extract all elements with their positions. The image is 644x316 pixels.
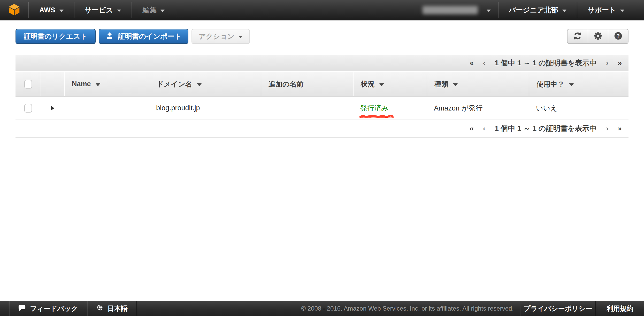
copyright-text: © 2008 - 2016, Amazon Web Services, Inc.… xyxy=(301,301,520,316)
sort-caret-icon xyxy=(379,83,384,86)
support-label: サポート xyxy=(588,5,616,15)
help-icon: ? xyxy=(614,31,623,42)
chevron-down-icon xyxy=(117,10,121,12)
language-button[interactable]: 日本語 xyxy=(87,301,136,316)
row-additional-names-cell xyxy=(261,97,353,120)
header-name-label: Name xyxy=(72,80,91,88)
last-page-button[interactable]: » xyxy=(618,59,622,67)
header-type[interactable]: 種類 xyxy=(427,72,529,96)
first-page-button[interactable]: « xyxy=(470,124,474,133)
status-issued-value: 発行済み xyxy=(360,104,388,112)
help-button[interactable]: ? xyxy=(608,29,628,43)
table-row: blog.proudit.jp 発行済み Amazon が発行 いいえ xyxy=(16,97,628,120)
globe-icon xyxy=(96,304,103,313)
region-menu[interactable]: バージニア北部 xyxy=(499,0,577,20)
sort-caret-icon xyxy=(453,83,458,86)
privacy-policy-link[interactable]: プライバシーポリシー xyxy=(520,301,595,316)
row-domain-value: blog.proudit.jp xyxy=(156,104,200,112)
prev-page-button[interactable]: ‹ xyxy=(483,124,485,133)
nav-menu-edit-label: 編集 xyxy=(142,5,156,15)
row-in-use-value: いいえ xyxy=(536,104,557,113)
row-expander-cell xyxy=(41,97,64,120)
top-navigation-bar: AWS サービス 編集 バージニア北部 サポート xyxy=(0,0,644,21)
feedback-button[interactable]: フィードバック xyxy=(9,301,87,316)
header-expander xyxy=(41,72,64,96)
actions-label: アクション xyxy=(199,32,234,41)
footer-divider xyxy=(136,301,137,316)
nav-menu-aws-label: AWS xyxy=(39,6,55,14)
footer-bar: フィードバック 日本語 © 2008 - 2016, Amazon Web Se… xyxy=(0,301,644,316)
row-type-cell: Amazon が発行 xyxy=(427,97,529,120)
terms-of-use-link[interactable]: 利用規約 xyxy=(596,301,644,316)
support-menu[interactable]: サポート xyxy=(577,0,635,20)
request-certificate-label: 証明書のリクエスト xyxy=(24,32,88,41)
header-status-label: 状況 xyxy=(361,80,375,89)
row-checkbox[interactable] xyxy=(24,104,32,113)
header-in-use-label: 使用中？ xyxy=(536,80,564,89)
chevron-down-icon xyxy=(160,10,165,12)
chevron-down-icon xyxy=(562,10,566,12)
row-in-use-cell: いいえ xyxy=(529,97,628,120)
header-in-use[interactable]: 使用中？ xyxy=(529,72,628,96)
region-label: バージニア北部 xyxy=(509,5,558,15)
svg-text:?: ? xyxy=(617,33,620,39)
row-type-value: Amazon が発行 xyxy=(434,104,482,113)
sort-caret-icon xyxy=(96,83,100,86)
red-underline-annotation xyxy=(359,113,396,121)
row-domain-cell: blog.proudit.jp xyxy=(149,97,261,120)
header-name[interactable]: Name xyxy=(64,72,149,96)
speech-bubble-icon xyxy=(18,304,26,313)
pagination-label: 1 個中 1 ～ 1 の証明書を表示中 xyxy=(495,124,597,133)
import-certificate-label: 証明書のインポート xyxy=(118,32,181,41)
header-additional-names-label: 追加の名前 xyxy=(269,80,304,89)
chevron-down-icon xyxy=(59,10,64,12)
select-all-checkbox[interactable] xyxy=(24,80,32,89)
table-settings-group: ? xyxy=(567,29,628,44)
next-page-button[interactable]: › xyxy=(606,59,608,67)
pagination-bar-top: « ‹ 1 個中 1 ～ 1 の証明書を表示中 › » xyxy=(16,55,628,71)
privacy-policy-label: プライバシーポリシー xyxy=(524,304,592,313)
sort-caret-icon xyxy=(197,83,202,86)
nav-menu-edit[interactable]: 編集 xyxy=(132,0,175,20)
aws-cube-icon xyxy=(7,3,21,18)
header-select-all xyxy=(16,72,41,96)
next-page-button[interactable]: › xyxy=(606,124,608,133)
pagination-label: 1 個中 1 ～ 1 の証明書を表示中 xyxy=(495,58,597,68)
header-type-label: 種類 xyxy=(434,80,448,89)
aws-logo[interactable] xyxy=(0,0,28,20)
settings-button[interactable] xyxy=(588,29,608,43)
upload-icon xyxy=(105,31,114,42)
header-additional-names: 追加の名前 xyxy=(261,72,353,96)
header-domain[interactable]: ドメイン名 xyxy=(149,72,261,96)
row-name-cell xyxy=(64,97,149,120)
last-page-button[interactable]: » xyxy=(618,124,622,133)
header-domain-label: ドメイン名 xyxy=(157,80,192,89)
footer-left-pad xyxy=(0,301,9,316)
toolbar: 証明書のリクエスト 証明書のインポート アクション xyxy=(16,29,250,44)
actions-dropdown-button[interactable]: アクション xyxy=(191,29,250,44)
request-certificate-button[interactable]: 証明書のリクエスト xyxy=(16,29,96,44)
refresh-icon xyxy=(573,31,582,42)
table-header-row: Name ドメイン名 追加の名前 状況 種類 使用中？ xyxy=(16,72,628,97)
prev-page-button[interactable]: ‹ xyxy=(483,59,485,67)
feedback-label: フィードバック xyxy=(30,304,78,313)
sort-caret-icon xyxy=(569,83,574,86)
nav-menu-services[interactable]: サービス xyxy=(74,0,132,20)
nav-menu-aws[interactable]: AWS xyxy=(29,0,74,20)
refresh-button[interactable] xyxy=(568,29,588,43)
expand-row-icon[interactable] xyxy=(51,106,54,111)
gear-icon xyxy=(593,31,603,42)
certificates-table: « ‹ 1 個中 1 ～ 1 の証明書を表示中 › » Name ドメイン名 追… xyxy=(16,55,628,138)
import-certificate-button[interactable]: 証明書のインポート xyxy=(99,29,188,44)
account-menu[interactable] xyxy=(420,0,498,20)
nav-right-group: バージニア北部 サポート xyxy=(420,0,644,20)
account-name-redacted xyxy=(423,6,478,14)
terms-of-use-label: 利用規約 xyxy=(607,304,633,313)
row-select-cell xyxy=(16,97,41,120)
first-page-button[interactable]: « xyxy=(470,59,474,67)
header-status[interactable]: 状況 xyxy=(353,72,427,96)
pagination-bar-bottom: « ‹ 1 個中 1 ～ 1 の証明書を表示中 › » xyxy=(16,120,628,138)
row-status-cell: 発行済み xyxy=(353,97,427,120)
language-label: 日本語 xyxy=(108,304,128,313)
nav-menu-services-label: サービス xyxy=(85,5,113,15)
